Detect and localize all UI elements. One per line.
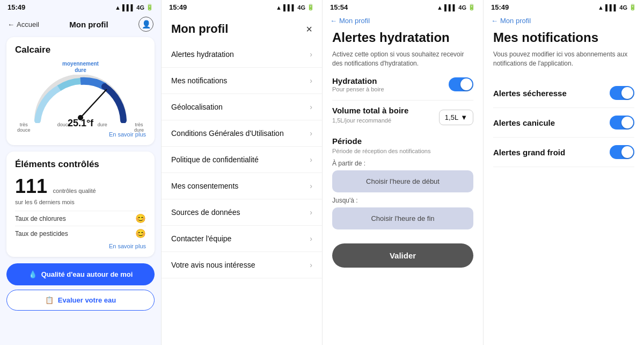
from-label: À partir de : bbox=[332, 160, 473, 167]
clipboard-icon: 📋 bbox=[45, 296, 54, 304]
notif-toggle-1[interactable]: ✓ bbox=[610, 116, 634, 130]
menu-label-3: Conditions Générales d'Utilisation bbox=[171, 129, 284, 138]
start-time-button[interactable]: Choisir l'heure de début bbox=[332, 170, 473, 192]
p4-nav: ← Mon profil bbox=[484, 13, 644, 30]
period-sub: Période de réception des notifications bbox=[332, 148, 473, 154]
menu-item-contact[interactable]: Contacter l'équipe › bbox=[162, 226, 322, 252]
chevron-icon-3: › bbox=[310, 129, 312, 138]
network-label-4: 4G bbox=[619, 4, 627, 11]
pesticides-row: Taux de pesticides 😊 bbox=[15, 226, 146, 241]
notif-label-0: Alertes sécheresse bbox=[493, 89, 567, 98]
toggle-check-icon: ✓ bbox=[465, 81, 470, 88]
back-text-3: Mon profil bbox=[339, 17, 370, 25]
to-label: Jusqu'à : bbox=[332, 197, 473, 204]
menu-label-0: Alertes hydratation bbox=[171, 50, 234, 59]
status-icons-4: ▲ ▌▌▌ 4G 🔋 bbox=[598, 4, 636, 11]
divider-1 bbox=[332, 100, 473, 100]
gauge-svg bbox=[27, 75, 134, 123]
hydration-toggle-row: Hydratation Pour penser à boire ✓ bbox=[332, 76, 473, 92]
status-bar-3: 15:54 ▲ ▌▌▌ 4G 🔋 bbox=[323, 0, 483, 13]
end-time-button[interactable]: Choisir l'heure de fin bbox=[332, 207, 473, 229]
back-arrow-3: ← bbox=[330, 17, 337, 25]
menu-item-geolocalisation[interactable]: Géolocalisation › bbox=[162, 94, 322, 120]
notif-toggle-2[interactable]: ✓ bbox=[610, 145, 634, 159]
mes-notifications-title: Mes notifications bbox=[493, 30, 634, 46]
hydration-label: Hydratation bbox=[332, 76, 384, 85]
pesticides-label: Taux de pesticides bbox=[15, 230, 68, 238]
notif-row-0: Alertes sécheresse ✓ bbox=[493, 78, 634, 108]
notif-row-2: Alertes grand froid ✓ bbox=[493, 138, 634, 167]
gauge-wrap: moyennementdure trèsdouce douce dure trè… bbox=[15, 61, 146, 129]
volume-select[interactable]: 1,5L ▼ bbox=[439, 110, 473, 125]
chevron-icon-1: › bbox=[310, 76, 312, 85]
menu-label-2: Géolocalisation bbox=[171, 103, 223, 111]
menu-item-cgu[interactable]: Conditions Générales d'Utilisation › bbox=[162, 120, 322, 147]
status-icons-1: ▲ ▌▌▌ 4G 🔋 bbox=[115, 4, 153, 11]
menu-item-avis[interactable]: Votre avis nous intéresse › bbox=[162, 252, 322, 278]
location-icon-3: ▲ bbox=[437, 4, 443, 11]
volume-sublabel: 1,5L/jour recommandé bbox=[332, 117, 408, 124]
notif-toggle-0[interactable]: ✓ bbox=[610, 86, 634, 100]
menu-item-sources[interactable]: Sources de données › bbox=[162, 199, 322, 226]
gauge-label: moyennementdure bbox=[15, 61, 146, 74]
notif-label-1: Alertes canicule bbox=[493, 118, 555, 127]
signal-icon-3: ▌▌▌ bbox=[444, 4, 457, 11]
calcaire-card: Calcaire moyennementdure trèsdouce douce… bbox=[6, 37, 155, 145]
signal-icon-2: ▌▌▌ bbox=[283, 4, 296, 11]
battery-icon-1: 🔋 bbox=[146, 4, 153, 11]
time-4: 15:49 bbox=[491, 3, 509, 11]
elements-title: Éléments contrôlés bbox=[15, 159, 146, 170]
time-1: 15:49 bbox=[8, 3, 25, 11]
status-icons-3: ▲ ▌▌▌ 4G 🔋 bbox=[437, 4, 475, 11]
pesticides-icon: 😊 bbox=[135, 228, 146, 239]
quality-around-me-button[interactable]: 💧 Qualité d'eau autour de moi bbox=[6, 263, 155, 285]
learn-more-2[interactable]: En savoir plus bbox=[15, 243, 146, 249]
chevron-icon-5: › bbox=[310, 182, 312, 190]
back-label-1: Accueil bbox=[17, 20, 39, 28]
volume-labels: Volume total à boire 1,5L/jour recommand… bbox=[332, 106, 408, 129]
menu-item-alertes-hydratation[interactable]: Alertes hydratation › bbox=[162, 41, 322, 68]
evaluate-water-button[interactable]: 📋 Evaluer votre eau bbox=[6, 290, 155, 311]
status-bar-2: 15:49 ▲ ▌▌▌ 4G 🔋 bbox=[162, 0, 322, 13]
validate-button[interactable]: Valider bbox=[332, 243, 473, 268]
close-button[interactable]: × bbox=[306, 23, 312, 35]
hydration-labels: Hydratation Pour penser à boire bbox=[332, 76, 384, 92]
hydration-toggle[interactable]: ✓ bbox=[449, 77, 473, 91]
hydration-sublabel: Pour penser à boire bbox=[332, 86, 384, 92]
time-2: 15:49 bbox=[169, 3, 187, 11]
panel-profil-menu: 15:49 ▲ ▌▌▌ 4G 🔋 Mon profil × Alertes hy… bbox=[161, 0, 322, 345]
volume-value: 1,5L bbox=[445, 113, 458, 121]
menu-item-politique[interactable]: Politique de confidentialité › bbox=[162, 147, 322, 173]
chevron-icon-0: › bbox=[310, 50, 312, 59]
back-link-3[interactable]: ← Mon profil bbox=[330, 17, 370, 25]
period-label: Période bbox=[332, 136, 473, 146]
back-button-1[interactable]: ← Accueil bbox=[8, 20, 39, 28]
battery-icon-2: 🔋 bbox=[307, 4, 314, 11]
time-3: 15:54 bbox=[330, 3, 348, 11]
chevron-icon-6: › bbox=[310, 208, 312, 217]
toggle-check-0: ✓ bbox=[626, 90, 631, 97]
network-label-2: 4G bbox=[297, 4, 305, 11]
panel-mes-notifications: 15:49 ▲ ▌▌▌ 4G 🔋 ← Mon profil Mes notifi… bbox=[483, 0, 644, 345]
chevron-icon-8: › bbox=[310, 261, 312, 269]
notif-label-2: Alertes grand froid bbox=[493, 148, 565, 157]
menu-item-mes-notifications[interactable]: Mes notifications › bbox=[162, 68, 322, 94]
chevron-icon-7: › bbox=[310, 234, 312, 243]
learn-more-1[interactable]: En savoir plus bbox=[15, 131, 146, 138]
menu-item-consentements[interactable]: Mes consentements › bbox=[162, 173, 322, 199]
status-bar-1: 15:49 ▲ ▌▌▌ 4G 🔋 bbox=[0, 0, 161, 13]
menu-label-5: Mes consentements bbox=[171, 182, 238, 190]
volume-row: Volume total à boire 1,5L/jour recommand… bbox=[332, 106, 473, 129]
p1-nav: ← Accueil Mon profil 👤 bbox=[0, 13, 161, 37]
menu-label-1: Mes notifications bbox=[171, 76, 227, 85]
toggle-check-1: ✓ bbox=[626, 119, 631, 126]
status-icons-2: ▲ ▌▌▌ 4G 🔋 bbox=[276, 4, 314, 11]
volume-dropdown-icon: ▼ bbox=[460, 113, 467, 121]
mes-notifications-subtitle: Vous pouvez modifier ici vos abonnements… bbox=[493, 50, 634, 68]
water-drop-icon: 💧 bbox=[28, 270, 37, 278]
back-link-4[interactable]: ← Mon profil bbox=[491, 17, 531, 25]
btn1-label: Qualité d'eau autour de moi bbox=[41, 270, 133, 278]
menu-label-8: Votre avis nous intéresse bbox=[171, 261, 255, 269]
location-icon-2: ▲ bbox=[276, 4, 282, 11]
profile-avatar[interactable]: 👤 bbox=[138, 17, 153, 32]
